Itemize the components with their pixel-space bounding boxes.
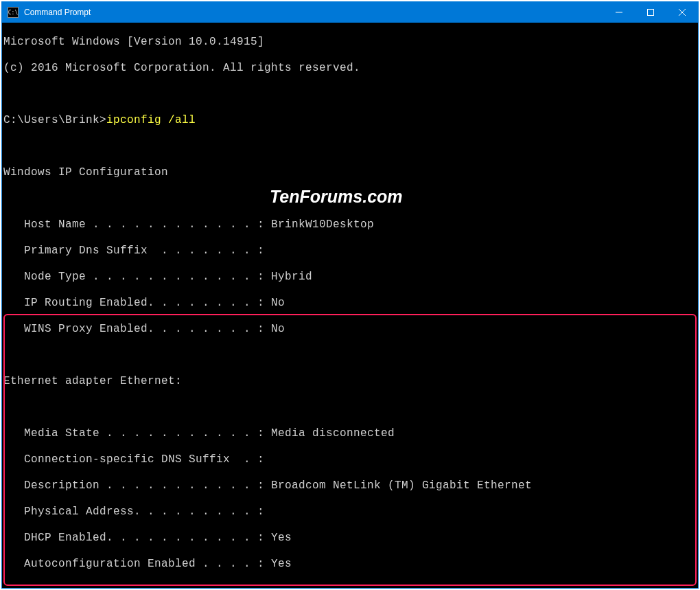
ipconfig-header: Windows IP Configuration xyxy=(3,166,697,179)
titlebar[interactable]: C:\ Command Prompt xyxy=(2,2,698,23)
adapter1-physical-address: Physical Address. . . . . . . . . : xyxy=(3,506,697,519)
copyright-line: (c) 2016 Microsoft Corporation. All righ… xyxy=(3,62,697,75)
maximize-button[interactable] xyxy=(635,2,666,23)
adapter1-title: Ethernet adapter Ethernet: xyxy=(3,375,697,388)
prompt-command: ipconfig /all xyxy=(106,114,196,126)
ip-routing-line: IP Routing Enabled. . . . . . . . : No xyxy=(3,297,697,310)
redacted-mac xyxy=(271,506,401,517)
prompt-path: C:\Users\Brink> xyxy=(3,114,106,126)
adapter1-description: Description . . . . . . . . . . . : Broa… xyxy=(3,479,697,492)
close-icon xyxy=(679,9,686,16)
close-button[interactable] xyxy=(666,2,698,23)
adapter1-media-state: Media State . . . . . . . . . . . : Medi… xyxy=(3,427,697,440)
dns-suffix-line: Primary Dns Suffix . . . . . . . : xyxy=(3,245,697,258)
command-prompt-window: C:\ Command Prompt Microsoft Windows [Ve… xyxy=(1,1,699,589)
svg-rect-0 xyxy=(648,10,654,16)
adapter1-dns-suffix: Connection-specific DNS Suffix . : xyxy=(3,453,697,466)
prompt-line: C:\Users\Brink>ipconfig /all xyxy=(3,114,697,127)
adapter1-dhcp: DHCP Enabled. . . . . . . . . . . : Yes xyxy=(3,532,697,545)
version-line: Microsoft Windows [Version 10.0.14915] xyxy=(3,36,697,49)
window-title: Command Prompt xyxy=(24,8,603,17)
node-type-line: Node Type . . . . . . . . . . . . : Hybr… xyxy=(3,271,697,284)
cmd-icon: C:\ xyxy=(8,7,19,18)
window-controls xyxy=(603,2,698,23)
maximize-icon xyxy=(647,9,654,16)
minimize-icon xyxy=(616,9,622,16)
adapter1-autoconfig: Autoconfiguration Enabled . . . . : Yes xyxy=(3,558,697,571)
terminal-output[interactable]: Microsoft Windows [Version 10.0.14915] (… xyxy=(2,23,698,588)
host-name-line: Host Name . . . . . . . . . . . . : Brin… xyxy=(3,218,697,231)
minimize-button[interactable] xyxy=(603,2,635,23)
wins-proxy-line: WINS Proxy Enabled. . . . . . . . : No xyxy=(3,323,697,336)
